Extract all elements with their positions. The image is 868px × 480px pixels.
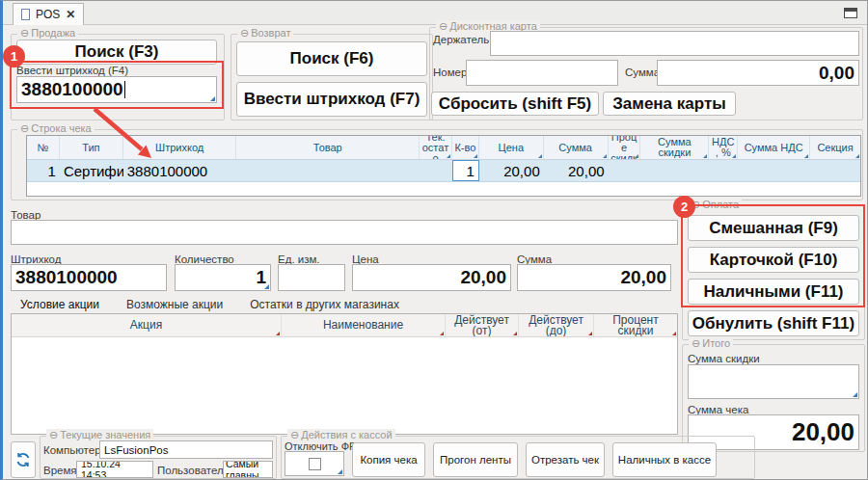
- annotation-badge-1: 1: [3, 45, 25, 67]
- holder-label: Держатель: [433, 34, 489, 45]
- header-vat[interactable]: НДС, %: [709, 136, 738, 159]
- header-product[interactable]: Товар: [236, 136, 420, 159]
- header-sum[interactable]: Сумма: [544, 136, 609, 159]
- qty-field[interactable]: 1: [175, 264, 271, 291]
- header-num[interactable]: №: [27, 136, 60, 159]
- receipt-table[interactable]: № Тип Штрихкод Товар Тек. остато К-во Це…: [26, 135, 861, 197]
- payment-group-title: Оплата: [702, 199, 739, 210]
- disable-fr-checkbox[interactable]: [309, 458, 321, 470]
- collapse-icon: ⊖: [290, 429, 299, 440]
- table-row[interactable]: 1 Сертификат 3880100000 1 20,00 20,00: [27, 160, 860, 182]
- price-field: 20,00: [352, 264, 511, 291]
- header-section[interactable]: Секция: [810, 136, 860, 159]
- cell-vat[interactable]: [709, 160, 738, 181]
- refresh-icon: [15, 452, 31, 467]
- current-values-title: Текущие значения: [60, 429, 150, 440]
- text-caret: [124, 81, 126, 98]
- sale-group-title: Продажа: [31, 27, 75, 39]
- card-sum-label: Сумма: [625, 67, 660, 78]
- receipt-group-title: Строка чека: [31, 122, 91, 134]
- tab-close-icon[interactable]: ✕: [66, 8, 75, 21]
- unit-field[interactable]: [278, 264, 345, 291]
- computer-label: Компьютер: [43, 444, 101, 456]
- cell-section[interactable]: [810, 160, 860, 181]
- window-maximize-icon[interactable]: [844, 8, 857, 18]
- cell-barcode[interactable]: 3880100000: [123, 160, 237, 181]
- disable-fr-cell[interactable]: [285, 451, 344, 476]
- cell-product[interactable]: [236, 160, 420, 181]
- replace-card-button[interactable]: Замена карты: [603, 92, 736, 116]
- promo-table-header: Акция Наименование Действует (от) Действ…: [12, 314, 677, 337]
- receipt-table-header: № Тип Штрихкод Товар Тек. остато К-во Це…: [27, 136, 860, 160]
- header-promo[interactable]: Акция: [12, 314, 282, 336]
- header-discount-pct[interactable]: Проце скидк: [609, 136, 641, 159]
- cell-qty-focused[interactable]: 1: [452, 160, 479, 181]
- time-value: 15.10.24 14:53: [76, 461, 153, 478]
- header-barcode[interactable]: Штрихкод: [123, 136, 237, 159]
- sum-field: 20,00: [517, 264, 671, 291]
- time-label: Время: [43, 465, 77, 476]
- search-f6-button[interactable]: Поиск (F6): [236, 41, 427, 76]
- annotation-badge-2: 2: [673, 196, 695, 218]
- cell-sum[interactable]: 20,00: [544, 160, 609, 181]
- number-label: Номер: [433, 67, 467, 78]
- product-barcode-field[interactable]: 3880100000: [11, 264, 167, 291]
- header-valid-from[interactable]: Действует (от): [446, 314, 519, 336]
- discount-sum-label: Сумма скидки: [688, 353, 760, 364]
- collapse-icon: ⊖: [240, 27, 249, 39]
- card-payment-button[interactable]: Карточкой (F10): [688, 247, 859, 273]
- cell-type[interactable]: Сертификат: [60, 160, 123, 181]
- user-label: Пользователь: [157, 465, 230, 476]
- tab-bar: POS ✕: [3, 1, 867, 25]
- cash-payment-button[interactable]: Наличными (F11): [688, 279, 859, 305]
- collapse-icon: ⊖: [692, 337, 700, 349]
- cash-in-till-button[interactable]: Наличных в кассе: [612, 442, 717, 477]
- header-name[interactable]: Наименование: [282, 314, 446, 336]
- receipt-copy-button[interactable]: Копия чека: [352, 442, 425, 477]
- reset-card-button[interactable]: Сбросить (shift F5): [431, 92, 599, 116]
- user-value: Самый главны...: [223, 461, 273, 478]
- cell-discount-sum[interactable]: [641, 160, 710, 181]
- header-price[interactable]: Цена: [479, 136, 544, 159]
- cell-price[interactable]: 20,00: [479, 160, 544, 181]
- document-icon: [21, 9, 30, 20]
- collapse-icon: ⊖: [439, 20, 448, 32]
- cell-vat-sum[interactable]: [738, 160, 810, 181]
- refresh-button[interactable]: [11, 441, 36, 478]
- barcode-f7-button[interactable]: Ввести штрихкод (F7): [236, 82, 427, 117]
- header-discount-sum[interactable]: Сумма скидки: [640, 136, 709, 159]
- header-type[interactable]: Тип: [60, 136, 123, 159]
- product-name-field[interactable]: [11, 220, 678, 245]
- cash-actions-title: Действия с кассой: [301, 429, 392, 440]
- header-qty[interactable]: К-во: [452, 136, 479, 159]
- collapse-icon: ⊖: [20, 27, 29, 39]
- promo-table[interactable]: Акция Наименование Действует (от) Действ…: [11, 313, 678, 435]
- cut-receipt-button[interactable]: Отрезать чек: [526, 442, 605, 477]
- barcode-f4-input[interactable]: 3880100000: [16, 76, 217, 103]
- computer-value: LsFusionPos: [99, 440, 273, 459]
- pos-window: POS ✕ ⊖Продажа Поиск (F3) Ввести штрихко…: [0, 0, 868, 480]
- collapse-icon: ⊖: [20, 122, 29, 134]
- cell-num[interactable]: 1: [27, 160, 60, 181]
- tab-pos-label: POS: [36, 8, 60, 21]
- header-stock[interactable]: Тек. остато: [420, 136, 452, 159]
- total-group-title: Итого: [702, 337, 730, 349]
- refund-group-title: Возврат: [251, 27, 290, 39]
- discount-sum-field[interactable]: [688, 364, 859, 399]
- number-input[interactable]: [466, 60, 618, 86]
- clear-button[interactable]: Обнулить (shift F11): [688, 310, 859, 336]
- holder-input[interactable]: [490, 31, 859, 56]
- tab-pos[interactable]: POS ✕: [13, 3, 84, 25]
- cell-discount-pct[interactable]: [609, 160, 641, 181]
- mixed-payment-button[interactable]: Смешанная (F9): [688, 215, 859, 241]
- feed-tape-button[interactable]: Прогон ленты: [433, 442, 518, 477]
- card-sum-value: 0,00: [657, 60, 859, 86]
- header-discount-percent[interactable]: Процент скидки: [594, 314, 677, 336]
- header-valid-to[interactable]: Действует (до): [519, 314, 594, 336]
- cell-stock[interactable]: [420, 160, 452, 181]
- header-vat-sum[interactable]: Сумма НДС: [738, 136, 810, 159]
- collapse-icon: ⊖: [49, 429, 58, 440]
- search-f3-button[interactable]: Поиск (F3): [16, 40, 217, 65]
- barcode-f4-label: Ввести штрихкод (F4): [16, 65, 128, 76]
